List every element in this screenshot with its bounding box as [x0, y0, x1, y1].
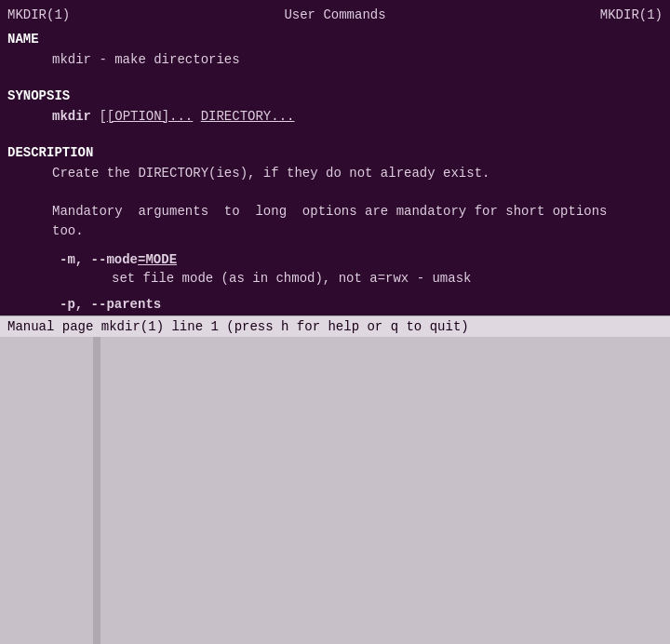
synopsis-title: SYNOPSIS — [7, 88, 663, 103]
synopsis-cmd: mkdir — [52, 109, 91, 124]
name-body: mkdir - make directories — [7, 47, 663, 70]
option-p-long: --parents — [91, 297, 162, 312]
option-m-desc: set file mode (as in chmod), not a=rwx -… — [52, 271, 663, 286]
synopsis-line: mkdir [[OPTION]... DIRECTORY... — [52, 107, 663, 127]
option-p: -p, --parents no error if existing, make… — [52, 297, 663, 315]
man-page-content: MKDIR(1) User Commands MKDIR(1) NAME mkd… — [0, 0, 670, 315]
description-section: DESCRIPTION Create the DIRECTORY(ies), i… — [0, 140, 670, 315]
header-right: MKDIR(1) — [600, 7, 663, 22]
synopsis-section: SYNOPSIS mkdir [[OPTION]... DIRECTORY... — [0, 83, 670, 132]
name-section: NAME mkdir - make directories — [0, 26, 670, 75]
option-p-name: -p, --parents — [52, 297, 663, 312]
option-m-arg: =MODE — [138, 252, 177, 267]
header-left: MKDIR(1) — [7, 7, 70, 22]
terminal-window: MKDIR(1) User Commands MKDIR(1) NAME mkd… — [0, 0, 670, 644]
option-m-name: -m, --mode=MODE — [52, 252, 663, 267]
synopsis-body: mkdir [[OPTION]... DIRECTORY... — [7, 103, 663, 127]
description-para1: Create the DIRECTORY(ies), if they do no… — [52, 164, 663, 183]
header-center: User Commands — [284, 7, 385, 22]
scrollbar[interactable] — [93, 337, 100, 645]
description-title: DESCRIPTION — [7, 145, 663, 160]
below-terminal-area — [0, 337, 670, 645]
name-title: NAME — [7, 32, 663, 47]
synopsis-option: [[OPTION]... — [99, 109, 193, 124]
name-content: mkdir - make directories — [52, 50, 663, 70]
description-body: Create the DIRECTORY(ies), if they do no… — [7, 160, 663, 315]
status-bar: Manual page mkdir(1) line 1 (press h for… — [0, 315, 670, 337]
status-text: Manual page mkdir(1) line 1 (press h for… — [7, 319, 469, 334]
synopsis-directory: DIRECTORY... — [193, 109, 294, 124]
description-para2: Mandatory arguments to long options are … — [52, 202, 663, 241]
option-m: -m, --mode=MODE set file mode (as in chm… — [52, 252, 663, 286]
option-m-long: --mode — [91, 252, 138, 267]
man-header: MKDIR(1) User Commands MKDIR(1) — [0, 4, 670, 26]
